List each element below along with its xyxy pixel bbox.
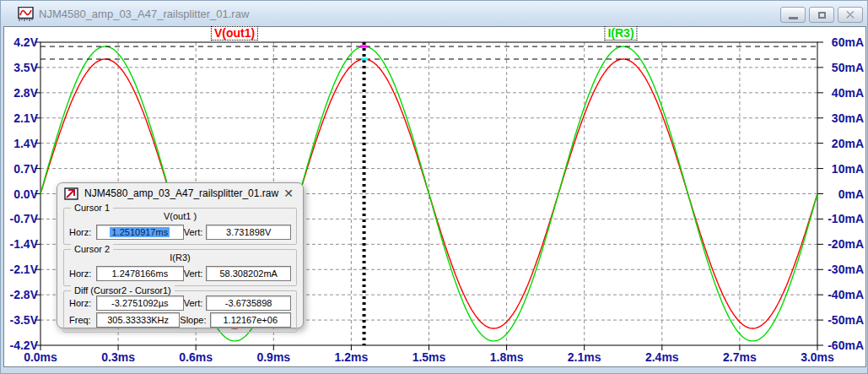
diff-slope-label: Slope: <box>180 315 209 325</box>
trace-label-vout1[interactable]: V(out1) <box>211 26 258 41</box>
cursor1-horz-field[interactable]: 1.2510917ms <box>96 225 184 240</box>
cursor2-trace-name: I(R3) <box>69 252 291 264</box>
cursor2-group: Cursor 2 I(R3) Horz: 1.2478166ms Vert: 5… <box>63 249 297 286</box>
diff-group: Diff (Cursor2 - Cursor1) Horz: -3.275109… <box>63 290 297 333</box>
axis-tick-label: 2.1ms <box>559 350 610 364</box>
diff-horz-field[interactable]: -3.2751092µs <box>96 295 184 311</box>
axis-tick-label: -20mA <box>825 237 864 251</box>
diff-freq-label: Freq: <box>69 315 96 325</box>
diff-horz-label: Horz: <box>69 298 96 308</box>
cursor-dialog[interactable]: NJM4580_amp_03_A47_railsplitter_01.raw ✕… <box>57 182 304 328</box>
cursor1-trace-name: V(out1 ) <box>69 211 291 223</box>
ltspice-waveform-window: NJM4580_amp_03_A47_railsplitter_01.raw ⤫… <box>0 0 868 374</box>
trace-label-ir3[interactable]: I(R3) <box>604 26 637 41</box>
axis-tick-label: 60mA <box>825 35 864 49</box>
cursor2-vert-field[interactable]: 58.308202mA <box>206 266 291 281</box>
axis-tick-label: -40mA <box>825 288 864 301</box>
cursor2-vert-label: Vert: <box>184 268 207 279</box>
selected-text: 1.2510917ms <box>110 227 170 237</box>
axis-tick-label: 1.2ms <box>326 350 376 364</box>
axis-tick-label: -1.4V <box>4 237 38 251</box>
axis-tick-label: 0.9ms <box>248 350 299 364</box>
axis-tick-label: 20mA <box>825 137 864 150</box>
axis-tick-label: 40mA <box>825 86 864 100</box>
axis-tick-label: 0.0V <box>4 187 38 201</box>
axis-tick-label: -30mA <box>825 263 864 276</box>
diff-freq-field[interactable]: 305.33333KHz <box>96 312 180 328</box>
cursor2-horz-label: Horz: <box>69 268 96 279</box>
axis-tick-label: -0.7V <box>4 212 38 225</box>
diff-vert-label: Vert: <box>184 298 207 308</box>
axis-tick-label: -2.8V <box>4 288 38 301</box>
axis-tick-label: -50mA <box>825 313 864 327</box>
cursor1-legend: Cursor 1 <box>71 203 113 213</box>
cursor-dialog-title: NJM4580_amp_03_A47_railsplitter_01.raw <box>84 187 281 199</box>
axis-tick-label: 1.4V <box>4 137 38 150</box>
axis-tick-label: -10mA <box>825 212 864 225</box>
axis-tick-label: 0.6ms <box>170 350 221 364</box>
cursor2-horz-field[interactable]: 1.2478166ms <box>96 266 184 281</box>
axis-tick-label: 1.8ms <box>482 350 532 364</box>
cursor2-legend: Cursor 2 <box>71 244 113 254</box>
axis-tick-label: 50mA <box>825 61 864 74</box>
diff-vert-field[interactable]: -3.6735898 <box>206 295 291 311</box>
close-icon[interactable]: ✕ <box>281 187 296 200</box>
axis-tick-label: 2.4ms <box>637 350 687 364</box>
axis-tick-label: 2.7ms <box>714 350 765 364</box>
diff-legend: Diff (Cursor2 - Cursor1) <box>71 285 175 295</box>
axis-tick-label: 1.5ms <box>404 350 455 364</box>
axis-tick-label: 3.0ms <box>792 350 843 364</box>
axis-tick-label: -2.1V <box>4 263 38 276</box>
axis-tick-label: 2.8V <box>4 86 38 100</box>
ltspice-icon <box>64 187 78 200</box>
axis-tick-label: 10mA <box>825 162 864 176</box>
cursor1-horz-label: Horz: <box>69 227 96 237</box>
cursor-dialog-titlebar[interactable]: NJM4580_amp_03_A47_railsplitter_01.raw ✕ <box>57 183 303 203</box>
diff-slope-field[interactable]: 1.12167e+06 <box>210 312 292 328</box>
cursor1-group: Cursor 1 V(out1 ) Horz: 1.2510917ms Vert… <box>63 208 297 245</box>
axis-tick-label: 0.7V <box>4 162 38 176</box>
cursor1-vert-field[interactable]: 3.731898V <box>206 225 291 240</box>
axis-tick-label: 0.3ms <box>93 350 143 364</box>
axis-tick-label: 3.5V <box>4 61 38 74</box>
axis-tick-label: -3.5V <box>4 313 38 327</box>
axis-tick-label: 2.1V <box>4 111 38 125</box>
axis-tick-label: 4.2V <box>4 35 38 49</box>
axis-tick-label: 0.0ms <box>15 350 66 364</box>
cursor1-vert-label: Vert: <box>184 227 207 237</box>
axis-tick-label: 0mA <box>825 187 864 201</box>
axis-tick-label: 30mA <box>825 111 864 125</box>
